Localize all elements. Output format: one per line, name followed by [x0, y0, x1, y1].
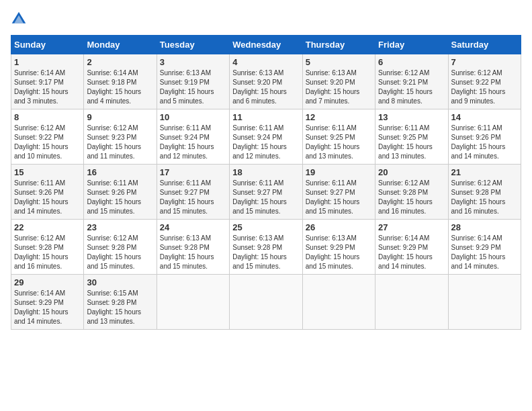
calendar-week-row: 1 Sunrise: 6:14 AMSunset: 9:17 PMDayligh…	[11, 54, 521, 109]
calendar-cell: 15 Sunrise: 6:11 AMSunset: 9:26 PMDaylig…	[11, 165, 84, 220]
day-number: 5	[306, 57, 372, 67]
calendar-cell: 26 Sunrise: 6:13 AMSunset: 9:29 PMDaylig…	[302, 220, 375, 275]
day-number: 28	[451, 222, 518, 232]
day-info: Sunrise: 6:11 AMSunset: 9:27 PMDaylight:…	[232, 179, 287, 215]
calendar-week-row: 29 Sunrise: 6:14 AMSunset: 9:29 PMDaylig…	[11, 275, 521, 330]
day-number: 9	[87, 112, 153, 122]
calendar-cell: 14 Sunrise: 6:11 AMSunset: 9:26 PMDaylig…	[448, 109, 521, 165]
day-info: Sunrise: 6:12 AMSunset: 9:22 PMDaylight:…	[14, 124, 69, 160]
day-number: 11	[232, 112, 299, 122]
day-info: Sunrise: 6:14 AMSunset: 9:17 PMDaylight:…	[14, 69, 69, 105]
calendar-cell: 10 Sunrise: 6:11 AMSunset: 9:24 PMDaylig…	[157, 109, 229, 165]
day-number: 30	[87, 277, 153, 287]
day-info: Sunrise: 6:14 AMSunset: 9:29 PMDaylight:…	[378, 234, 433, 270]
day-info: Sunrise: 6:12 AMSunset: 9:28 PMDaylight:…	[14, 234, 69, 270]
day-number: 17	[160, 167, 226, 177]
day-number: 22	[14, 222, 81, 232]
day-number: 16	[87, 167, 153, 177]
calendar-week-row: 22 Sunrise: 6:12 AMSunset: 9:28 PMDaylig…	[11, 220, 521, 275]
calendar-cell	[302, 275, 375, 330]
day-info: Sunrise: 6:12 AMSunset: 9:28 PMDaylight:…	[87, 234, 141, 270]
logo-icon	[11, 11, 27, 27]
calendar-cell: 8 Sunrise: 6:12 AMSunset: 9:22 PMDayligh…	[11, 109, 84, 165]
day-number: 24	[160, 222, 226, 232]
logo	[11, 11, 30, 27]
calendar-cell: 27 Sunrise: 6:14 AMSunset: 9:29 PMDaylig…	[375, 220, 448, 275]
day-info: Sunrise: 6:11 AMSunset: 9:27 PMDaylight:…	[306, 179, 360, 215]
calendar-cell: 30 Sunrise: 6:15 AMSunset: 9:28 PMDaylig…	[84, 275, 157, 330]
calendar-table: SundayMondayTuesdayWednesdayThursdayFrid…	[11, 35, 521, 330]
day-info: Sunrise: 6:13 AMSunset: 9:20 PMDaylight:…	[232, 69, 287, 105]
calendar-cell: 6 Sunrise: 6:12 AMSunset: 9:21 PMDayligh…	[375, 54, 448, 109]
day-number: 26	[306, 222, 372, 232]
header-saturday: Saturday	[448, 36, 521, 54]
day-number: 13	[378, 112, 445, 122]
day-info: Sunrise: 6:14 AMSunset: 9:18 PMDaylight:…	[87, 69, 141, 105]
calendar-cell	[157, 275, 229, 330]
day-number: 23	[87, 222, 153, 232]
day-info: Sunrise: 6:11 AMSunset: 9:24 PMDaylight:…	[232, 124, 287, 160]
day-number: 27	[378, 222, 445, 232]
header-wednesday: Wednesday	[230, 36, 302, 54]
calendar-cell: 7 Sunrise: 6:12 AMSunset: 9:22 PMDayligh…	[448, 54, 521, 109]
day-info: Sunrise: 6:14 AMSunset: 9:29 PMDaylight:…	[451, 234, 506, 270]
day-info: Sunrise: 6:12 AMSunset: 9:21 PMDaylight:…	[378, 69, 433, 105]
day-info: Sunrise: 6:13 AMSunset: 9:28 PMDaylight:…	[160, 234, 214, 270]
day-number: 2	[87, 57, 153, 67]
calendar-cell: 28 Sunrise: 6:14 AMSunset: 9:29 PMDaylig…	[448, 220, 521, 275]
calendar-cell: 19 Sunrise: 6:11 AMSunset: 9:27 PMDaylig…	[302, 165, 375, 220]
day-number: 3	[160, 57, 226, 67]
calendar-cell: 23 Sunrise: 6:12 AMSunset: 9:28 PMDaylig…	[84, 220, 157, 275]
day-info: Sunrise: 6:11 AMSunset: 9:25 PMDaylight:…	[378, 124, 433, 160]
day-number: 29	[14, 277, 81, 287]
day-info: Sunrise: 6:12 AMSunset: 9:28 PMDaylight:…	[378, 179, 433, 215]
day-number: 8	[14, 112, 81, 122]
calendar-cell	[375, 275, 448, 330]
day-info: Sunrise: 6:13 AMSunset: 9:29 PMDaylight:…	[306, 234, 360, 270]
header-sunday: Sunday	[11, 36, 84, 54]
calendar-cell: 29 Sunrise: 6:14 AMSunset: 9:29 PMDaylig…	[11, 275, 84, 330]
calendar-cell: 11 Sunrise: 6:11 AMSunset: 9:24 PMDaylig…	[230, 109, 302, 165]
header-tuesday: Tuesday	[157, 36, 229, 54]
day-info: Sunrise: 6:14 AMSunset: 9:29 PMDaylight:…	[14, 289, 69, 325]
day-info: Sunrise: 6:13 AMSunset: 9:19 PMDaylight:…	[160, 69, 214, 105]
calendar-cell: 17 Sunrise: 6:11 AMSunset: 9:27 PMDaylig…	[157, 165, 229, 220]
day-number: 19	[306, 167, 372, 177]
day-info: Sunrise: 6:11 AMSunset: 9:25 PMDaylight:…	[306, 124, 360, 160]
header-thursday: Thursday	[302, 36, 375, 54]
header-monday: Monday	[84, 36, 157, 54]
day-number: 14	[451, 112, 518, 122]
day-info: Sunrise: 6:13 AMSunset: 9:28 PMDaylight:…	[232, 234, 287, 270]
calendar-cell: 3 Sunrise: 6:13 AMSunset: 9:19 PMDayligh…	[157, 54, 229, 109]
day-info: Sunrise: 6:11 AMSunset: 9:26 PMDaylight:…	[451, 124, 506, 160]
day-info: Sunrise: 6:12 AMSunset: 9:28 PMDaylight:…	[451, 179, 506, 215]
day-number: 10	[160, 112, 226, 122]
calendar-cell: 5 Sunrise: 6:13 AMSunset: 9:20 PMDayligh…	[302, 54, 375, 109]
calendar-cell	[230, 275, 302, 330]
calendar-cell: 24 Sunrise: 6:13 AMSunset: 9:28 PMDaylig…	[157, 220, 229, 275]
day-number: 4	[232, 57, 299, 67]
calendar-cell: 20 Sunrise: 6:12 AMSunset: 9:28 PMDaylig…	[375, 165, 448, 220]
day-number: 21	[451, 167, 518, 177]
calendar-cell: 13 Sunrise: 6:11 AMSunset: 9:25 PMDaylig…	[375, 109, 448, 165]
calendar-cell: 25 Sunrise: 6:13 AMSunset: 9:28 PMDaylig…	[230, 220, 302, 275]
day-number: 1	[14, 57, 81, 67]
calendar-header-row: SundayMondayTuesdayWednesdayThursdayFrid…	[11, 36, 521, 54]
calendar-cell: 21 Sunrise: 6:12 AMSunset: 9:28 PMDaylig…	[448, 165, 521, 220]
day-number: 15	[14, 167, 81, 177]
calendar-week-row: 8 Sunrise: 6:12 AMSunset: 9:22 PMDayligh…	[11, 109, 521, 165]
day-info: Sunrise: 6:12 AMSunset: 9:22 PMDaylight:…	[451, 69, 506, 105]
day-number: 12	[306, 112, 372, 122]
header-friday: Friday	[375, 36, 448, 54]
day-info: Sunrise: 6:12 AMSunset: 9:23 PMDaylight:…	[87, 124, 141, 160]
day-number: 7	[451, 57, 518, 67]
day-number: 20	[378, 167, 445, 177]
day-number: 25	[232, 222, 299, 232]
calendar-cell: 12 Sunrise: 6:11 AMSunset: 9:25 PMDaylig…	[302, 109, 375, 165]
page-header	[11, 11, 521, 27]
day-info: Sunrise: 6:15 AMSunset: 9:28 PMDaylight:…	[87, 289, 141, 325]
calendar-cell: 16 Sunrise: 6:11 AMSunset: 9:26 PMDaylig…	[84, 165, 157, 220]
day-info: Sunrise: 6:11 AMSunset: 9:27 PMDaylight:…	[160, 179, 214, 215]
calendar-cell: 9 Sunrise: 6:12 AMSunset: 9:23 PMDayligh…	[84, 109, 157, 165]
calendar-week-row: 15 Sunrise: 6:11 AMSunset: 9:26 PMDaylig…	[11, 165, 521, 220]
